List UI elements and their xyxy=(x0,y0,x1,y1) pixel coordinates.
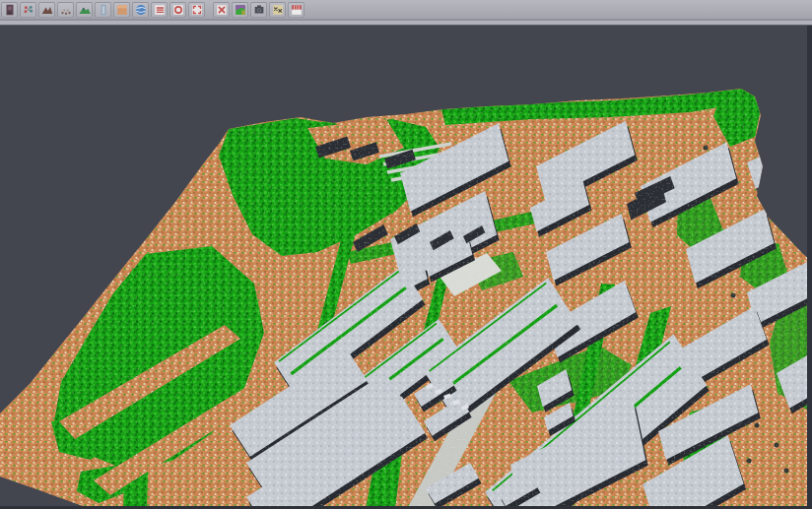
terrain-model-icon xyxy=(78,3,92,17)
ground-points-icon xyxy=(59,3,73,17)
cross-section-icon xyxy=(97,3,110,17)
classify-points-button[interactable] xyxy=(20,2,36,18)
point-cloud-scene xyxy=(0,26,812,509)
dtm-mountain-icon xyxy=(40,3,54,17)
classify-points-icon xyxy=(22,3,35,17)
viewport-3d[interactable] xyxy=(0,26,812,509)
attribute-list-icon xyxy=(153,3,167,17)
checkpoint-icon xyxy=(271,3,285,17)
select-object-button[interactable] xyxy=(1,2,18,18)
clear-selection-icon xyxy=(215,3,229,17)
circle-select-icon xyxy=(171,3,185,17)
ortho-image-icon xyxy=(115,3,129,17)
toolbar xyxy=(0,0,812,19)
cross-section-button[interactable] xyxy=(95,2,111,18)
classification-view-button[interactable] xyxy=(232,2,248,18)
attribute-list-button[interactable] xyxy=(151,2,168,18)
band-legend-button[interactable] xyxy=(288,2,304,18)
select-object-icon xyxy=(3,3,17,17)
snapshot-button[interactable] xyxy=(250,2,267,18)
rect-select-icon xyxy=(190,3,204,17)
ortho-image-button[interactable] xyxy=(113,2,130,18)
checkpoint-button[interactable] xyxy=(269,2,286,18)
dtm-mountain-button[interactable] xyxy=(38,2,55,18)
classified-terrain xyxy=(0,84,812,509)
globe-view-button[interactable] xyxy=(132,2,149,18)
globe-view-icon xyxy=(134,3,148,17)
band-legend-icon xyxy=(290,3,304,17)
clear-selection-button[interactable] xyxy=(213,2,230,18)
snapshot-icon xyxy=(252,3,266,17)
classification-view-icon xyxy=(234,3,247,17)
circle-select-button[interactable] xyxy=(169,2,186,18)
point-noise-light xyxy=(0,84,812,509)
viewport-right-edge xyxy=(807,26,812,509)
ground-points-button[interactable] xyxy=(57,2,74,18)
rect-select-button[interactable] xyxy=(188,2,205,18)
terrain-model-button[interactable] xyxy=(76,2,93,18)
